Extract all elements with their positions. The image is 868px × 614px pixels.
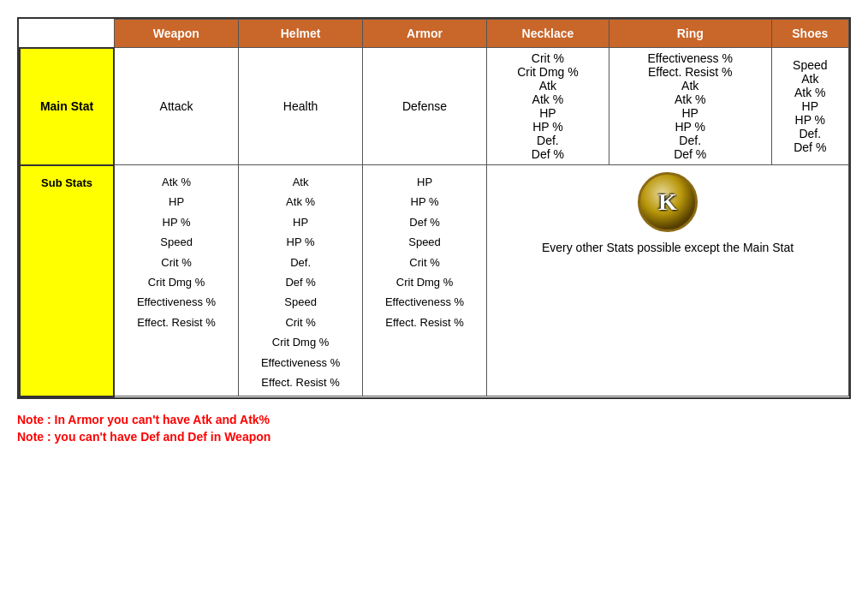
sub-stats-armor: HP HP % Def % Speed Crit % Crit Dmg % Ef…: [363, 165, 487, 396]
shoes-stat-item: Def %: [777, 140, 843, 154]
main-stat-necklace: Crit % Crit Dmg % Atk Atk % HP HP % Def.…: [487, 48, 609, 165]
main-table-wrapper: Weapon Helmet Armor Necklace Ring Shoes …: [17, 17, 851, 399]
main-stat-helmet: Health: [239, 48, 363, 165]
main-stat-shoes: Speed Atk Atk % HP HP % Def. Def %: [771, 48, 848, 165]
shoes-stat-list: Speed Atk Atk % HP HP % Def. Def %: [777, 58, 843, 154]
weapon-substat-item: HP: [120, 192, 233, 212]
notes-section: Note : In Armor you can't have Atk and A…: [17, 413, 851, 444]
main-stat-armor: Defense: [363, 48, 487, 165]
weapon-substat-item: HP %: [120, 212, 233, 232]
sub-stats-note: Every other Stats possible except the Ma…: [492, 239, 843, 257]
ring-stat-item: Def.: [615, 134, 766, 147]
ring-stat-item: HP %: [615, 120, 766, 134]
helmet-substat-item: Effect. Resist %: [244, 373, 357, 392]
helmet-substat-item: Atk: [244, 172, 357, 192]
shoes-stat-item: Atk: [777, 72, 843, 86]
helmet-substat-item: Crit Dmg %: [244, 332, 357, 352]
helmet-substat-item: HP %: [244, 232, 357, 252]
necklace-stat-item: HP: [492, 106, 603, 120]
note-2: Note : you can't have Def and Def in Wea…: [17, 430, 851, 444]
ring-stat-item: Atk %: [615, 92, 766, 106]
helmet-substat-item: Def %: [244, 272, 357, 292]
weapon-substat-item: Crit %: [120, 253, 233, 272]
weapon-substat-item: Effect. Resist %: [120, 313, 233, 332]
ring-stat-item: Def %: [615, 147, 766, 161]
logo-letter: K: [658, 181, 677, 224]
armor-substats-list: HP HP % Def % Speed Crit % Crit Dmg % Ef…: [368, 172, 481, 332]
header-helmet: Helmet: [239, 20, 363, 48]
ring-stat-item: Atk: [615, 79, 766, 92]
weapon-substat-item: Atk %: [120, 172, 233, 192]
shoes-stat-item: Speed: [777, 58, 843, 72]
stats-table: Weapon Helmet Armor Necklace Ring Shoes …: [19, 19, 849, 397]
header-ring: Ring: [609, 20, 771, 48]
armor-substat-item: Crit Dmg %: [368, 272, 481, 292]
header-armor: Armor: [363, 20, 487, 48]
necklace-stat-item: Atk %: [492, 92, 603, 106]
sub-stats-necklace-ring-shoes: K Every other Stats possible except the …: [487, 165, 849, 396]
main-stat-label: Main Stat: [20, 48, 114, 165]
main-stat-row: Main Stat Attack Health Defense Crit % C…: [20, 48, 849, 165]
sub-stats-weapon: Atk % HP HP % Speed Crit % Crit Dmg % Ef…: [114, 165, 239, 396]
main-stat-ring: Effectiveness % Effect. Resist % Atk Atk…: [609, 48, 771, 165]
shoes-stat-item: Def.: [777, 127, 843, 140]
note-1: Note : In Armor you can't have Atk and A…: [17, 413, 851, 426]
header-blank: [20, 20, 114, 48]
necklace-stat-item: Crit %: [492, 51, 603, 65]
sub-stats-label: Sub Stats: [20, 165, 114, 396]
necklace-stat-item: HP %: [492, 120, 603, 134]
armor-substat-item: HP %: [368, 192, 481, 212]
helmet-substats-list: Atk Atk % HP HP % Def. Def % Speed Crit …: [244, 172, 357, 392]
weapon-substats-list: Atk % HP HP % Speed Crit % Crit Dmg % Ef…: [120, 172, 233, 332]
helmet-substat-item: Atk %: [244, 192, 357, 212]
helmet-substat-item: Effectiveness %: [244, 353, 357, 373]
helmet-substat-item: HP: [244, 212, 357, 232]
armor-substat-item: Effect. Resist %: [368, 313, 481, 332]
weapon-substat-item: Speed: [120, 232, 233, 252]
necklace-stat-item: Def %: [492, 147, 603, 161]
ring-stat-item: Effectiveness %: [615, 51, 766, 65]
main-stat-weapon: Attack: [114, 48, 239, 165]
ring-stat-item: HP: [615, 106, 766, 120]
armor-substat-item: Speed: [368, 232, 481, 252]
armor-substat-item: Def %: [368, 212, 481, 232]
ring-stat-list: Effectiveness % Effect. Resist % Atk Atk…: [615, 51, 766, 161]
armor-substat-item: HP: [368, 172, 481, 192]
armor-substat-item: Crit %: [368, 253, 481, 272]
shoes-stat-item: HP %: [777, 113, 843, 127]
necklace-stat-item: Crit Dmg %: [492, 65, 603, 79]
weapon-substat-item: Effectiveness %: [120, 292, 233, 312]
sub-stats-row: Sub Stats Atk % HP HP % Speed Crit % Cri…: [20, 165, 849, 396]
helmet-substat-item: Crit %: [244, 313, 357, 332]
necklace-stat-list: Crit % Crit Dmg % Atk Atk % HP HP % Def.…: [492, 51, 603, 161]
sub-stats-helmet: Atk Atk % HP HP % Def. Def % Speed Crit …: [239, 165, 363, 396]
logo-circle: K: [638, 172, 698, 232]
armor-substat-item: Effectiveness %: [368, 292, 481, 312]
ring-stat-item: Effect. Resist %: [615, 65, 766, 79]
header-necklace: Necklace: [487, 20, 609, 48]
header-shoes: Shoes: [771, 20, 848, 48]
helmet-substat-item: Speed: [244, 292, 357, 312]
helmet-substat-item: Def.: [244, 253, 357, 272]
shoes-stat-item: Atk %: [777, 86, 843, 99]
weapon-substat-item: Crit Dmg %: [120, 272, 233, 292]
necklace-stat-item: Def.: [492, 134, 603, 147]
necklace-stat-item: Atk: [492, 79, 603, 92]
shoes-stat-item: HP: [777, 99, 843, 113]
header-weapon: Weapon: [114, 20, 239, 48]
